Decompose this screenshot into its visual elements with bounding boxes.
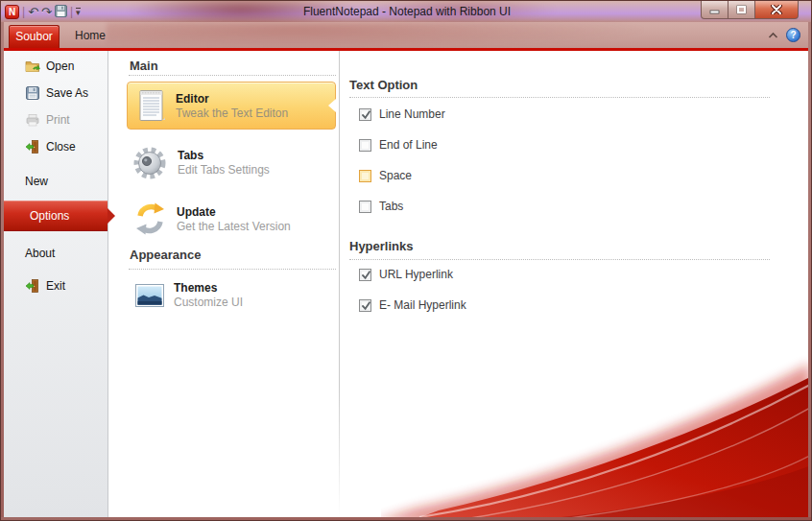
exit-door-icon [25,278,40,294]
window-border [1,517,811,520]
section-divider [129,269,336,270]
option-label: Space [379,169,412,182]
category-item-tabs[interactable]: Tabs Edit Tabs Settings [132,145,270,180]
category-item-subtitle: Get the Latest Version [177,220,291,233]
option-end-of-line[interactable]: End of Line [359,138,438,152]
red-swirl-decoration [381,354,808,517]
group-header-hyperlinks: Hyperlinks [349,239,413,253]
menu-item-close[interactable]: Close [4,133,107,160]
checkbox[interactable] [359,299,371,312]
checkbox[interactable] [359,269,371,281]
category-item-title: Tabs [178,149,270,162]
redo-button[interactable]: ↷ [41,6,52,18]
option-label: Line Number [379,107,445,121]
category-item-subtitle: Tweak the Text Editon [176,107,288,120]
checkbox[interactable] [359,201,371,213]
separator: | [22,5,25,18]
maximize-button[interactable] [728,1,755,19]
category-item-title: Editor [176,92,288,106]
menu-item-label: Save As [46,86,88,100]
ribbon-tab-row: Soubor Home ? [1,22,811,48]
close-button[interactable] [755,1,799,19]
category-item-themes[interactable]: Themes Customize UI [135,281,243,309]
selected-item-arrow [107,208,115,224]
accent-line [1,48,811,51]
close-door-icon [25,139,40,154]
group-divider [349,97,770,98]
menu-item-options-selected[interactable]: Options [4,201,107,231]
check-icon [360,269,372,281]
help-button[interactable]: ? [786,28,800,42]
section-header-main: Main [130,59,158,73]
gear-icon [132,145,168,180]
notepad-icon [137,88,166,123]
title-bar: N | ↶ ↷ | ▾ FluentNotepad - Notepad with… [1,1,811,22]
menu-item-label: New [25,175,48,188]
backstage-menu: Open Save As [4,51,108,517]
refresh-icon [133,201,167,236]
save-button[interactable] [55,5,67,19]
category-item-subtitle: Edit Tabs Settings [178,163,270,177]
category-item-text: Update Get the Latest Version [177,205,291,233]
undo-button[interactable]: ↶ [28,6,38,18]
tab-home[interactable]: Home [64,25,116,48]
window-border [1,22,4,520]
option-line-number[interactable]: Line Number [359,107,445,121]
photo-themes-icon [135,284,164,307]
option-url-hyperlink[interactable]: URL Hyperlink [359,268,453,281]
ribbon-right-controls: ? [766,28,800,42]
option-tabs[interactable]: Tabs [359,200,403,213]
category-item-text: Tabs Edit Tabs Settings [178,149,270,177]
separator: | [70,5,73,18]
menu-item-label: Exit [46,279,65,293]
menu-item-label: Close [46,140,76,154]
open-folder-icon [25,59,40,74]
close-icon [771,5,782,14]
window-controls [701,1,799,19]
checkbox[interactable] [359,139,371,152]
backstage-view: Open Save As [4,51,808,517]
menu-item-print[interactable]: Print [4,107,107,133]
save-floppy-icon [25,85,40,101]
window-title: FluentNotepad - Notepad with Ribbon UI [303,5,511,18]
menu-item-open[interactable]: Open [4,53,107,80]
check-icon [360,108,372,121]
app-icon[interactable]: N [5,5,19,19]
checkbox[interactable] [359,108,371,121]
window-border [808,22,811,520]
category-item-update[interactable]: Update Get the Latest Version [133,201,291,236]
check-icon [360,299,372,312]
category-item-text: Editor Tweak the Text Editon [176,92,288,120]
floppy-icon [55,5,67,17]
app-window: N | ↶ ↷ | ▾ FluentNotepad - Notepad with… [0,0,812,521]
option-label: End of Line [379,138,438,152]
category-item-text: Themes Customize UI [174,281,243,309]
quick-access-toolbar: N | ↶ ↷ | ▾ [5,2,81,21]
selected-item-notch [328,99,336,112]
menu-item-save-as[interactable]: Save As [4,80,107,107]
minimize-icon [709,6,720,14]
section-divider [129,75,336,76]
menu-item-label: About [25,247,55,260]
menu-item-exit[interactable]: Exit [4,272,107,299]
option-label: URL Hyperlink [379,268,453,281]
glass-smudge [107,22,644,48]
checkbox[interactable] [359,170,371,182]
menu-item-label: Print [46,113,70,127]
menu-item-about[interactable]: About [4,240,107,267]
category-item-subtitle: Customize UI [174,296,243,309]
option-email-hyperlink[interactable]: E- Mail Hyperlink [359,298,466,312]
option-space[interactable]: Space [359,169,412,182]
settings-category-column: Main Editor Tweak th [109,51,340,517]
tab-file-soubor[interactable]: Soubor [9,25,60,48]
qat-dropdown-button[interactable]: ▾ [76,8,81,16]
collapse-ribbon-button[interactable] [766,29,779,41]
menu-item-new[interactable]: New [4,168,107,195]
maximize-icon [736,5,747,14]
option-label: E- Mail Hyperlink [379,298,466,312]
printer-icon [25,112,40,128]
category-item-editor-selected[interactable]: Editor Tweak the Text Editon [127,82,336,130]
menu-item-label: Open [46,59,74,73]
option-label: Tabs [379,200,403,213]
minimize-button[interactable] [701,1,728,19]
